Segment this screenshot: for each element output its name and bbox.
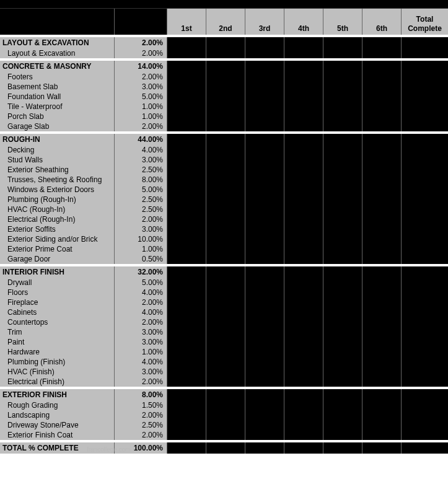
period-cell[interactable]: [245, 195, 284, 204]
period-cell[interactable]: [245, 204, 284, 214]
period-cell[interactable]: [362, 37, 402, 48]
period-cell[interactable]: [284, 145, 323, 155]
period-cell[interactable]: [362, 420, 402, 430]
period-cell[interactable]: [245, 367, 284, 377]
period-cell[interactable]: [245, 214, 284, 224]
period-cell[interactable]: [323, 112, 362, 121]
period-cell[interactable]: [323, 134, 362, 145]
row-total-cell[interactable]: [402, 61, 448, 72]
row-total-cell[interactable]: [402, 307, 448, 317]
period-cell[interactable]: [362, 266, 402, 278]
row-total-cell[interactable]: [402, 82, 448, 92]
period-cell[interactable]: [206, 134, 245, 145]
period-cell[interactable]: [362, 224, 402, 234]
period-cell[interactable]: [284, 102, 323, 112]
period-cell[interactable]: [245, 266, 284, 278]
row-total-cell[interactable]: [402, 185, 448, 195]
period-cell[interactable]: [206, 112, 245, 121]
period-cell[interactable]: [362, 317, 402, 327]
row-total-cell[interactable]: [402, 204, 448, 214]
period-cell[interactable]: [206, 377, 245, 387]
period-cell[interactable]: [362, 288, 402, 297]
period-cell[interactable]: [206, 214, 245, 224]
period-cell[interactable]: [284, 185, 323, 195]
period-cell[interactable]: [167, 244, 206, 254]
period-cell[interactable]: [167, 195, 206, 204]
period-cell[interactable]: [284, 420, 323, 430]
period-cell[interactable]: [362, 430, 402, 440]
period-cell[interactable]: [245, 175, 284, 185]
period-cell[interactable]: [206, 347, 245, 357]
row-total-cell[interactable]: [402, 389, 448, 400]
period-cell[interactable]: [245, 317, 284, 327]
period-cell[interactable]: [284, 82, 323, 92]
period-cell[interactable]: [362, 400, 402, 410]
period-cell[interactable]: [206, 61, 245, 72]
row-total-cell[interactable]: [402, 48, 448, 58]
period-cell[interactable]: [167, 48, 206, 58]
period-cell[interactable]: [284, 254, 323, 264]
period-cell[interactable]: [284, 195, 323, 204]
period-cell[interactable]: [323, 185, 362, 195]
row-total-cell[interactable]: [402, 347, 448, 357]
row-total-cell[interactable]: [402, 121, 448, 131]
row-total-cell[interactable]: [402, 337, 448, 347]
period-cell[interactable]: [245, 61, 284, 72]
period-cell[interactable]: [245, 48, 284, 58]
period-cell[interactable]: [284, 121, 323, 131]
period-cell[interactable]: [206, 92, 245, 102]
period-cell[interactable]: [323, 195, 362, 204]
total-period-cell[interactable]: [323, 442, 362, 454]
period-cell[interactable]: [362, 307, 402, 317]
period-cell[interactable]: [362, 278, 402, 288]
period-cell[interactable]: [362, 389, 402, 400]
row-total-cell[interactable]: [402, 367, 448, 377]
period-cell[interactable]: [206, 121, 245, 131]
period-cell[interactable]: [206, 82, 245, 92]
period-cell[interactable]: [167, 288, 206, 297]
period-cell[interactable]: [323, 430, 362, 440]
row-total-cell[interactable]: [402, 72, 448, 82]
period-cell[interactable]: [323, 367, 362, 377]
period-cell[interactable]: [167, 155, 206, 165]
row-total-cell[interactable]: [402, 37, 448, 48]
period-cell[interactable]: [323, 410, 362, 420]
period-cell[interactable]: [245, 72, 284, 82]
total-period-cell[interactable]: [167, 442, 206, 454]
row-total-cell[interactable]: [402, 278, 448, 288]
period-cell[interactable]: [245, 400, 284, 410]
row-total-cell[interactable]: [402, 224, 448, 234]
period-cell[interactable]: [323, 175, 362, 185]
period-cell[interactable]: [206, 165, 245, 175]
period-cell[interactable]: [245, 112, 284, 121]
row-total-cell[interactable]: [402, 400, 448, 410]
period-cell[interactable]: [167, 234, 206, 244]
period-cell[interactable]: [206, 357, 245, 367]
period-cell[interactable]: [362, 214, 402, 224]
period-cell[interactable]: [323, 307, 362, 317]
period-cell[interactable]: [245, 307, 284, 317]
period-cell[interactable]: [284, 288, 323, 297]
period-cell[interactable]: [323, 155, 362, 165]
period-cell[interactable]: [206, 234, 245, 244]
period-cell[interactable]: [362, 61, 402, 72]
period-cell[interactable]: [245, 102, 284, 112]
period-cell[interactable]: [167, 134, 206, 145]
period-cell[interactable]: [362, 145, 402, 155]
period-cell[interactable]: [323, 337, 362, 347]
period-cell[interactable]: [167, 204, 206, 214]
period-cell[interactable]: [323, 72, 362, 82]
period-cell[interactable]: [167, 297, 206, 307]
row-total-cell[interactable]: [402, 155, 448, 165]
period-cell[interactable]: [245, 155, 284, 165]
period-cell[interactable]: [245, 377, 284, 387]
row-total-cell[interactable]: [402, 112, 448, 121]
period-cell[interactable]: [167, 112, 206, 121]
period-cell[interactable]: [284, 61, 323, 72]
period-cell[interactable]: [167, 72, 206, 82]
period-cell[interactable]: [167, 420, 206, 430]
period-cell[interactable]: [284, 134, 323, 145]
period-cell[interactable]: [206, 244, 245, 254]
row-total-cell[interactable]: [402, 195, 448, 204]
period-cell[interactable]: [245, 430, 284, 440]
